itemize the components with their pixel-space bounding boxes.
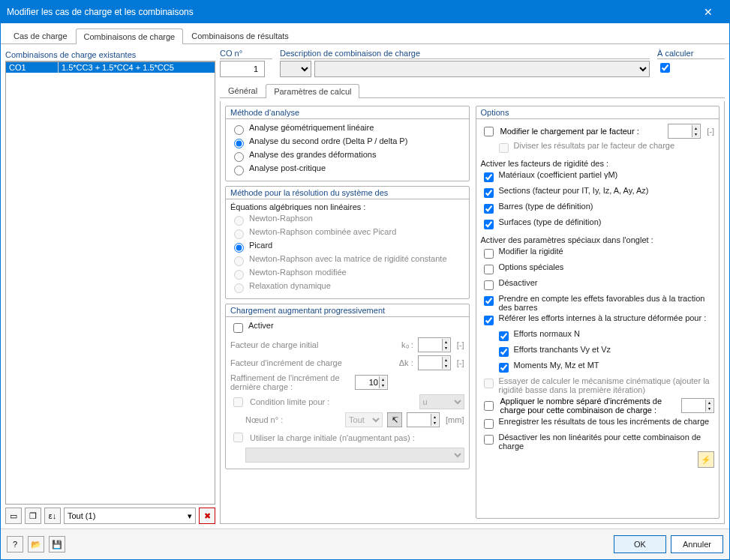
table-row[interactable]: CO1 1.5*CC3 + 1.5*CC4 + 1.5*CC5 xyxy=(6,62,215,73)
right-column: Options Modifier le chargement par le fa… xyxy=(476,106,720,519)
increments-input[interactable]: ▴▾ xyxy=(681,398,714,413)
limit-select: u xyxy=(419,394,464,409)
panel-body: Méthode d'analyse Analyse géométriquemen… xyxy=(220,101,725,524)
bolt-icon[interactable]: ⚡ xyxy=(698,451,714,468)
left-pane: Combinaisons de charge existantes CO1 1.… xyxy=(5,49,215,524)
chk-sections[interactable]: Sections (facteur pour IT, Iy, Iz, A, Ay… xyxy=(481,185,715,201)
combination-grid[interactable]: CO1 1.5*CC3 + 1.5*CC4 + 1.5*CC5 xyxy=(5,61,215,505)
initial-load-select xyxy=(245,448,464,463)
to-calculate-checkbox[interactable] xyxy=(660,63,670,73)
subtab-calc-params[interactable]: Paramètres de calcul xyxy=(266,84,359,98)
incremental-header: Chargement augmentant progressivement xyxy=(226,304,469,317)
dialog-window: Modifier les cas de charge et les combin… xyxy=(0,0,730,560)
sub-tabs: Général Paramètres de calcul xyxy=(220,83,725,98)
chk-surfaces[interactable]: Surfaces (type de définition) xyxy=(481,217,715,232)
radio-nr-mod: Newton-Raphson modifiée xyxy=(230,267,464,280)
radio-picard[interactable]: Picard xyxy=(230,240,464,253)
chk-normal-forces[interactable]: Efforts normaux N xyxy=(481,328,715,344)
special-header: Activer des paramètres spéciaux dans l'o… xyxy=(481,235,715,244)
chk-limit-condition xyxy=(233,397,243,407)
footer: ? 📂 💾 OK Annuler xyxy=(1,529,729,559)
cancel-button[interactable]: Annuler xyxy=(671,535,723,553)
chk-deactivate[interactable]: Désactiver xyxy=(481,277,715,293)
chk-kinematic: Essayer de calculer le mécanisme cinémat… xyxy=(481,376,715,395)
radio-dyn-relax: Relaxation dynamique xyxy=(230,280,464,294)
copy-icon[interactable]: ❐ xyxy=(25,508,41,524)
tab-load-cases[interactable]: Cas de charge xyxy=(5,28,76,43)
save-icon[interactable]: 💾 xyxy=(49,536,65,553)
chk-members[interactable]: Barres (type de définition) xyxy=(481,201,715,217)
chk-moments[interactable]: Moments My, Mz et MT xyxy=(481,360,715,376)
tab-load-combinations[interactable]: Combinaisons de charge xyxy=(76,28,184,44)
co-number-input[interactable] xyxy=(220,61,265,77)
row-desc: 1.5*CC3 + 1.5*CC4 + 1.5*CC5 xyxy=(59,62,215,73)
subtab-general[interactable]: Général xyxy=(220,83,266,97)
chk-refer-internal-forces[interactable]: Référer les efforts internes à la struct… xyxy=(481,313,715,328)
analysis-method-header: Méthode d'analyse xyxy=(226,106,469,119)
chk-modify-factor[interactable] xyxy=(484,127,494,136)
row-id: CO1 xyxy=(6,62,59,73)
right-pane: CO n° Description de combinaison de char… xyxy=(220,49,725,524)
titlebar: Modifier les cas de charge et les combin… xyxy=(1,1,729,23)
ok-button[interactable]: OK xyxy=(614,535,666,553)
radio-nr-const: Newton-Raphson avec la matrice de rigidi… xyxy=(230,253,464,267)
type-select[interactable] xyxy=(280,61,311,77)
chk-activate-incremental[interactable]: Activer xyxy=(230,320,464,336)
radio-large-deform[interactable]: Analyse des grandes déformations xyxy=(230,149,464,163)
node-select: Tout xyxy=(345,412,383,427)
options-header: Options xyxy=(476,106,719,119)
analysis-method-section: Méthode d'analyse Analyse géométriquemen… xyxy=(225,106,470,181)
main-tabs: Cas de charge Combinaisons de charge Com… xyxy=(1,23,729,44)
solver-header: Méthode pour la résolution du système de… xyxy=(226,187,469,199)
incremental-loading-section: Chargement augmentant progressivement Ac… xyxy=(225,304,470,469)
pick-icon: ↸ xyxy=(387,412,402,427)
refinement-input[interactable]: 10▴▾ xyxy=(355,375,388,390)
window-title: Modifier les cas de charge et les combin… xyxy=(7,7,693,17)
filter-select[interactable]: Tout (1)▾ xyxy=(64,508,196,524)
factor-input[interactable]: ▴▾ xyxy=(668,124,701,139)
solver-subheader: Équations algébriques non linéaires : xyxy=(230,202,464,211)
tab-result-combinations[interactable]: Combinaisons de résultats xyxy=(183,28,297,43)
left-column: Méthode d'analyse Analyse géométriquemen… xyxy=(225,106,470,519)
chk-separate-increments[interactable] xyxy=(484,401,494,411)
left-toolbar: ▭ ❐ ε↓ Tout (1)▾ ✖ xyxy=(5,505,215,524)
content: Combinaisons de charge existantes CO1 1.… xyxy=(1,44,729,529)
close-icon[interactable]: ✕ xyxy=(693,6,723,18)
sort-icon[interactable]: ε↓ xyxy=(44,508,61,524)
help-icon[interactable]: ? xyxy=(7,536,23,553)
dk-input: ▴▾ xyxy=(418,355,451,370)
left-header: Combinaisons de charge existantes xyxy=(5,49,215,61)
chk-modify-stiffness[interactable]: Modifier la rigidité xyxy=(481,246,715,262)
radio-newton-raphson: Newton-Raphson xyxy=(230,213,464,226)
description-label: Description de combinaison de charge xyxy=(280,49,650,59)
chk-save-results[interactable]: Enregistrer les résultats de tous les in… xyxy=(481,416,715,432)
open-icon[interactable]: 📂 xyxy=(28,536,44,553)
radio-second-order[interactable]: Analyse du second ordre (Delta P / delta… xyxy=(230,136,464,149)
chk-special-options[interactable]: Options spéciales xyxy=(481,262,715,277)
stiffness-header: Activer les facteurs de rigidité des : xyxy=(481,159,715,168)
chk-divide-results: Diviser les résultats par le facteur de … xyxy=(481,140,715,156)
to-calculate-label: À calculer xyxy=(657,49,725,59)
radio-geom-linear[interactable]: Analyse géométriquement linéaire xyxy=(230,122,464,136)
chk-use-initial xyxy=(233,433,243,442)
k0-input: ▴▾ xyxy=(418,337,451,352)
node-value-input: ▴▾ xyxy=(407,412,440,427)
radio-nr-picard: Newton-Raphson combinée avec Picard xyxy=(230,226,464,240)
options-section: Options Modifier le chargement par le fa… xyxy=(476,106,720,519)
new-icon[interactable]: ▭ xyxy=(5,508,22,524)
solver-method-section: Méthode pour la résolution du système de… xyxy=(225,186,470,299)
top-fields: CO n° Description de combinaison de char… xyxy=(220,49,725,77)
delete-icon[interactable]: ✖ xyxy=(199,508,215,524)
chk-deactivate-nl[interactable]: Désactiver les non linéarités pour cette… xyxy=(481,432,715,451)
co-number-label: CO n° xyxy=(220,49,272,59)
description-input[interactable] xyxy=(314,61,650,77)
chk-materials[interactable]: Matériaux (coefficient partiel γM) xyxy=(481,169,715,185)
chk-favorable-effects[interactable]: Prendre en compte les effets favorables … xyxy=(481,293,715,313)
chk-shear-forces[interactable]: Efforts tranchants Vy et Vz xyxy=(481,344,715,360)
radio-post-critical[interactable]: Analyse post-critique xyxy=(230,163,464,176)
